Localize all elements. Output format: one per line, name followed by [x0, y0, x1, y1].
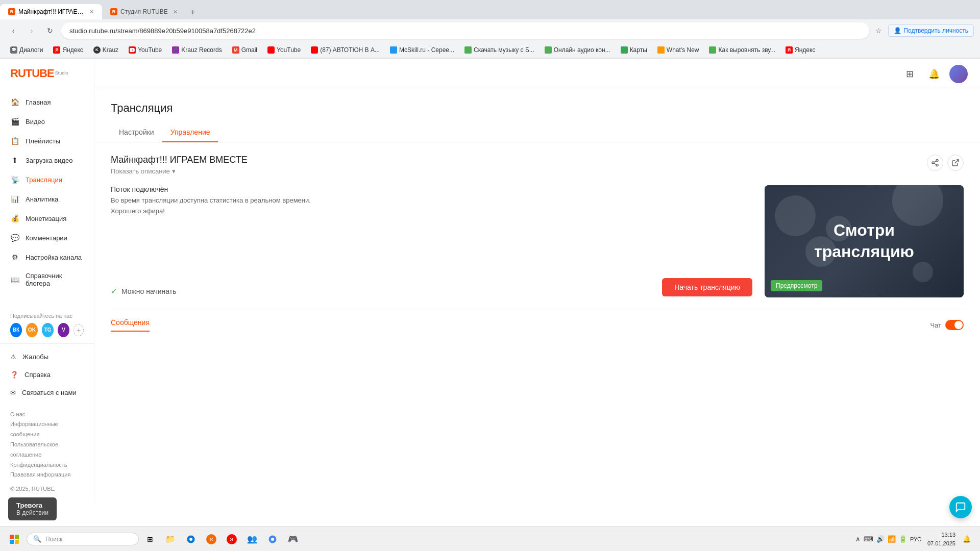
sidebar-item-playlists[interactable]: 📋 Плейлисты [0, 131, 94, 151]
sidebar-item-settings[interactable]: ⚙ Настройка канала [0, 247, 94, 267]
footer-about[interactable]: О нас [10, 410, 84, 420]
bookmark-audio[interactable]: Онлайн аудио кон... [541, 45, 615, 55]
mcskill-icon [390, 46, 397, 54]
chat-toggle-switch[interactable] [945, 320, 964, 330]
teams-btn[interactable]: 👥 [243, 530, 261, 548]
chrome-btn[interactable] [263, 530, 282, 548]
edge-browser-btn[interactable] [182, 530, 200, 548]
bookmark-youtube2[interactable]: YouTube [263, 45, 305, 55]
footer-legal[interactable]: Правовая информация [10, 470, 84, 480]
footer-info[interactable]: Информационные сообщения [10, 419, 84, 440]
svg-point-11 [271, 538, 274, 541]
external-link-btn[interactable] [947, 155, 964, 171]
contact-icon: ✉ [10, 389, 16, 396]
sidebar-item-home[interactable]: 🏠 Главная [0, 92, 94, 112]
bookmark-yandex2[interactable]: Я Яндекс [781, 45, 819, 55]
tab-settings[interactable]: Настройки [111, 123, 162, 142]
vyrovnyat-label: Как выровнять зву... [718, 46, 775, 54]
add-social-btn[interactable]: + [74, 324, 84, 336]
tab2-close-btn[interactable]: ✕ [173, 9, 178, 15]
show-desc-text: Показать описание [111, 167, 170, 175]
task-view-btn[interactable]: ⊞ [141, 530, 159, 548]
sidebar-item-contact[interactable]: ✉ Связаться с нами [0, 384, 94, 402]
bookmark-krauz-records[interactable]: 🎵 Krauz Records [168, 45, 226, 55]
bookmark-mcskill[interactable]: McSkill.ru - Серее... [386, 45, 458, 55]
verify-icon: 👤 [894, 27, 901, 34]
vk-social-btn[interactable]: ВК [10, 323, 22, 337]
home-label: Главная [26, 98, 51, 106]
yandex-taskbar-btn[interactable]: Я [223, 530, 241, 548]
show-description-btn[interactable]: Показать описание ▾ [111, 167, 248, 175]
share-btn[interactable] [927, 155, 943, 171]
stream-content: Майнкрафт!!! ИГРАЕМ ВМЕСТЕ Показать опис… [94, 142, 980, 346]
comments-label: Комментарии [26, 234, 67, 242]
bookmark-maps[interactable]: Карты [617, 45, 651, 55]
footer-terms[interactable]: Пользовательское соглашение [10, 440, 84, 460]
extra-icon-btn[interactable]: 🎮 [284, 530, 302, 548]
back-btn[interactable]: ‹ [6, 23, 20, 38]
user-avatar[interactable] [949, 65, 968, 83]
sidebar-item-analytics[interactable]: 📊 Аналитика [0, 189, 94, 209]
stream-preview-panel: Смотри трансляцию Предпросмотр [765, 185, 964, 297]
sidebar-item-comments[interactable]: 💬 Комментарии [0, 228, 94, 247]
sidebar-item-complaints[interactable]: ⚠ Жалобы [0, 348, 94, 366]
sidebar-item-upload[interactable]: ⬆ Загрузка видео [0, 151, 94, 170]
browser-pinned-btn[interactable]: R [202, 530, 220, 548]
refresh-btn[interactable]: ↻ [43, 23, 57, 38]
bookmark-dialogi[interactable]: 💬 Диалоги [6, 45, 47, 55]
taskbar-search-box[interactable]: 🔍 Поиск [27, 533, 139, 545]
settings-label: Настройка канала [26, 254, 82, 261]
messages-section: Сообщения Чат [111, 310, 964, 332]
time-text: 13:13 [927, 531, 955, 539]
sidebar-item-help[interactable]: ❓ Справка [0, 366, 94, 384]
active-tab[interactable]: R Майнкрафт!!! ИГРАЕМ ВМЕС... ✕ [0, 4, 102, 19]
chat-label: Чат [930, 321, 941, 329]
bookmark-gmail[interactable]: M Gmail [228, 45, 261, 55]
forward-btn[interactable]: › [24, 23, 39, 38]
bookmark-krauz[interactable]: K Krauz [89, 45, 122, 55]
notification-bell-btn[interactable]: 🔔 [925, 65, 943, 83]
sidebar-item-blog[interactable]: 📖 Справочник блогера [0, 267, 94, 292]
ok-social-btn[interactable]: OK [26, 323, 38, 337]
bookmarks-bar: 💬 Диалоги Я Яндекс K Krauz YouTube 🎵 Kra… [0, 42, 980, 58]
bookmark-skachat[interactable]: Скачать музыку с Б... [460, 45, 538, 55]
footer-privacy[interactable]: Конфиденциальность [10, 460, 84, 470]
messages-header: Сообщения Чат [111, 318, 964, 332]
blog-icon: 📖 [10, 275, 19, 284]
start-menu-btn[interactable] [4, 529, 24, 549]
sidebar-item-monetize[interactable]: 💰 Монетизация [0, 209, 94, 228]
network-icon[interactable]: 📶 [887, 534, 897, 544]
dialogi-icon: 💬 [10, 46, 17, 54]
new-tab-btn[interactable]: + [186, 5, 200, 19]
video-label: Видео [26, 118, 45, 126]
inactive-tab[interactable]: R Студия RUTUBE ✕ [102, 4, 186, 19]
sidebar-item-video[interactable]: 🎬 Видео [0, 112, 94, 131]
tg-social-btn[interactable]: TG [42, 323, 54, 337]
grid-icon-btn[interactable]: ⊞ [900, 65, 919, 83]
bookmark-youtube[interactable]: YouTube [125, 45, 166, 55]
notifications-taskbar[interactable]: 🔔 [962, 534, 972, 544]
chevron-up-taskbar[interactable]: ∧ [854, 534, 862, 544]
sidebar-logo[interactable]: RUTUBEStudio [0, 59, 94, 88]
start-stream-btn[interactable]: Начать трансляцию [662, 278, 752, 296]
address-input[interactable] [61, 22, 869, 39]
messages-tab[interactable]: Сообщения [111, 318, 150, 332]
bookmark-whatsnew[interactable]: What's New [653, 45, 703, 55]
tab-management[interactable]: Управление [162, 123, 218, 142]
sidebar-item-streams[interactable]: 📡 Трансляции [0, 170, 94, 189]
bookmark-avtotune[interactable]: (87) АВТОТЮН В А... [307, 45, 384, 55]
battery-icon[interactable]: 🔋 [898, 534, 908, 544]
bookmark-star[interactable]: ☆ [873, 24, 884, 37]
keyboard-icon[interactable]: ⌨ [863, 534, 874, 544]
tab-close-btn[interactable]: ✕ [89, 9, 94, 15]
logo-studio-text: Studio [55, 70, 68, 76]
verify-identity-btn[interactable]: 👤 Подтвердить личность [888, 24, 974, 37]
volume-icon[interactable]: 🔊 [875, 534, 886, 544]
bookmark-yandex[interactable]: Я Яндекс [49, 45, 87, 55]
viber-social-btn[interactable]: V [58, 323, 69, 337]
bookmark-vyrovnyat[interactable]: Как выровнять зву... [705, 45, 779, 55]
floating-support-btn[interactable] [949, 496, 972, 518]
preview-badge[interactable]: Предпросмотр [771, 280, 822, 291]
file-explorer-btn[interactable]: 📁 [161, 530, 180, 548]
yandex2-icon: Я [786, 46, 793, 54]
